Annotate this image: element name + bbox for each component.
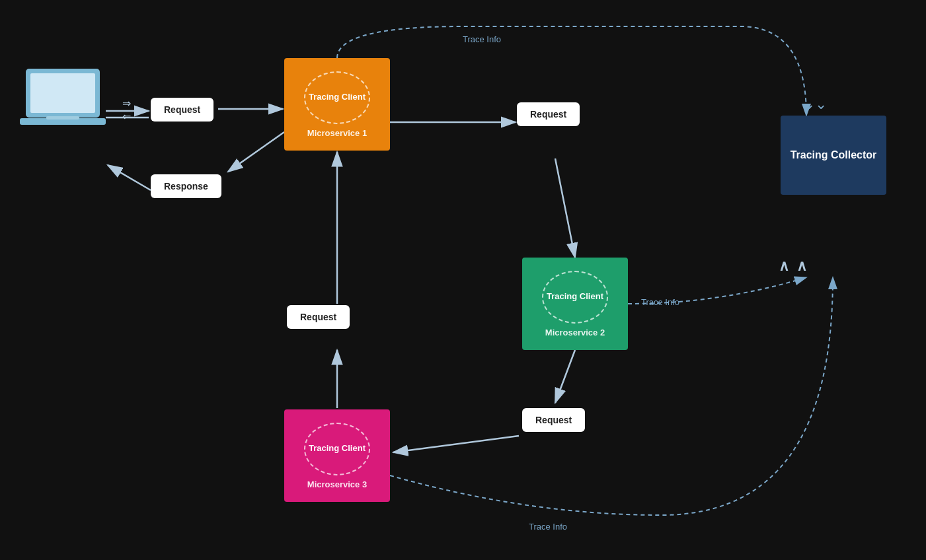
trace-info-3: Trace Info	[529, 522, 567, 532]
tracing-client-3: Tracing Client	[304, 423, 370, 475]
svg-text:⇒: ⇒	[122, 98, 131, 109]
microservice-1: Tracing Client Microservice 1	[284, 58, 390, 151]
request-bubble-1: Request	[151, 98, 213, 122]
trace-info-1: Trace Info	[463, 34, 501, 44]
svg-line-10	[555, 158, 575, 258]
microservice-3: Tracing Client Microservice 3	[284, 409, 390, 502]
svg-text:∧: ∧	[796, 258, 807, 274]
ms1-label: Microservice 1	[307, 128, 367, 138]
microservice-2: Tracing Client Microservice 2	[522, 258, 628, 350]
svg-text:⇐: ⇐	[122, 111, 131, 122]
svg-text:⌄⌄: ⌄⌄	[803, 96, 827, 112]
ms3-label: Microservice 3	[307, 479, 367, 489]
svg-line-6	[108, 165, 151, 190]
request-bubble-2: Request	[517, 102, 580, 126]
diagram: ∧ ∧ ⌄⌄ ⇒ ⇐ Tracing Client Microservice 1…	[0, 0, 926, 560]
tracing-client-1: Tracing Client	[304, 71, 370, 124]
request-bubble-4: Request	[287, 305, 350, 329]
ms2-label: Microservice 2	[545, 328, 605, 337]
svg-rect-23	[46, 116, 79, 120]
request-bubble-3: Request	[522, 408, 585, 432]
tracing-client-2: Tracing Client	[542, 271, 608, 324]
svg-line-11	[555, 350, 575, 403]
svg-line-12	[393, 436, 519, 452]
trace-info-2: Trace Info	[641, 297, 679, 307]
svg-line-8	[228, 132, 284, 172]
svg-text:∧: ∧	[779, 258, 789, 274]
tracing-collector: Tracing Collector	[781, 116, 886, 195]
svg-rect-21	[30, 73, 95, 113]
arrows-svg: ∧ ∧ ⌄⌄ ⇒ ⇐	[0, 0, 926, 560]
laptop-icon	[20, 66, 106, 132]
response-bubble: Response	[151, 174, 221, 198]
